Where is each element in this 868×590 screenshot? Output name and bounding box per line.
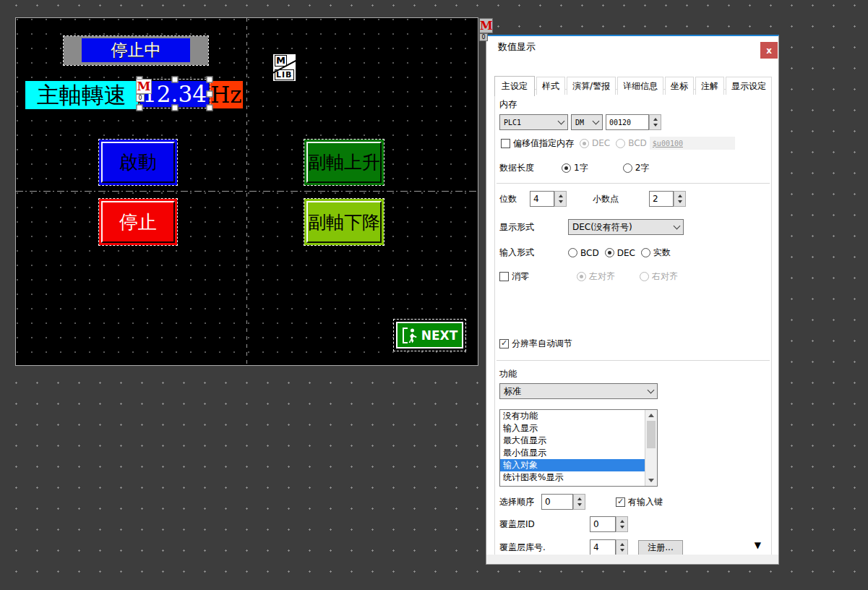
decimal-spinner[interactable] [674, 191, 686, 207]
main-settings-panel: 内存 PLC1 DM 00120 偏移值指定内存 DEC BCD $u001 [494, 89, 772, 555]
selection-handle-e[interactable] [207, 90, 213, 97]
next-button-label: NEXT [421, 328, 458, 343]
list-item[interactable]: 统计图表%显示 [500, 471, 645, 484]
align-right-radio[interactable] [640, 272, 649, 281]
list-item-selected[interactable]: 输入对象 [500, 459, 645, 471]
spindle-speed-label[interactable]: 主軸轉速 [25, 81, 138, 109]
list-item[interactable]: 没有功能 [500, 410, 645, 422]
close-button[interactable]: x [760, 42, 778, 59]
selection-handle-n[interactable] [171, 77, 178, 83]
list-item[interactable]: 最小值显示 [500, 447, 645, 459]
selection-handle-se[interactable] [207, 105, 213, 111]
running-man-icon [402, 327, 418, 344]
overlay-id-spinner[interactable] [616, 516, 628, 532]
function-select[interactable]: 标准 [499, 383, 658, 399]
offset-address-link[interactable]: $u00100 [653, 140, 683, 148]
data-length-label: 数据长度 [499, 162, 534, 174]
select-order-spinner[interactable] [573, 494, 585, 510]
tab-style[interactable]: 样式 [536, 77, 565, 95]
offset-dec-radio[interactable] [580, 139, 589, 148]
status-lamp-plate[interactable]: 停止中 [64, 36, 208, 65]
overlay-lib-label: 覆盖层库号. [499, 542, 590, 554]
list-item[interactable]: 最大值显示 [500, 435, 645, 447]
overlay-lib-spinner[interactable] [616, 539, 628, 555]
input-key-checkbox[interactable] [616, 497, 625, 507]
more-content-indicator[interactable]: ▼ [755, 540, 761, 550]
status-lamp-label: 停止中 [111, 39, 161, 61]
tab-main-settings[interactable]: 主设定 [494, 76, 535, 96]
decimal-input[interactable]: 2 [649, 191, 674, 207]
selection-handle-sw[interactable] [137, 105, 143, 111]
function-section-label: 功能 [499, 368, 517, 380]
selection-handle-s[interactable] [171, 105, 178, 111]
start-button[interactable]: 啟動 [99, 140, 177, 185]
digits-label: 位数 [499, 193, 517, 205]
memory-section-label: 内存 [499, 98, 517, 111]
tab-coordinates[interactable]: 坐标 [665, 77, 694, 95]
select-order-input[interactable]: 0 [541, 494, 573, 510]
auto-resolution-label: 分辨率自动调节 [512, 338, 572, 350]
sub-axis-up-button[interactable]: 副軸上升 [304, 140, 384, 185]
part-marker-icon: M 0 [136, 79, 152, 102]
horizontal-center-guide [16, 191, 478, 192]
tab-details[interactable]: 详细信息 [617, 77, 663, 95]
align-left-radio[interactable] [577, 272, 586, 281]
unit-label[interactable]: Hz [210, 81, 243, 108]
zero-suppress-checkbox[interactable] [499, 272, 509, 281]
register-button[interactable]: 注册... [638, 540, 683, 555]
plc-select[interactable]: PLC1 [499, 114, 568, 130]
listbox-scrollbar[interactable] [645, 410, 657, 486]
offset-bcd-radio[interactable] [616, 139, 625, 148]
tab-display-settings[interactable]: 显示设定 [726, 77, 772, 95]
dialog-bottom-strip [486, 555, 778, 564]
selection-handle-ne[interactable] [207, 77, 213, 83]
hmi-design-canvas[interactable]: 停止中 M LIB 主軸轉速 12.34 Hz M 0 啟動 副軸上升 [15, 17, 478, 366]
address-spinner[interactable] [649, 114, 661, 130]
chevron-down-icon [558, 118, 565, 125]
length-1word-radio[interactable] [562, 163, 571, 173]
numeric-display-dialog: 数值显示 x 主设定 样式 演算/警报 详细信息 坐标 注解 显示设定 内存 P… [486, 35, 779, 565]
select-order-label: 选择顺序 [499, 496, 534, 508]
digits-spinner[interactable] [554, 191, 567, 207]
scroll-up-arrow[interactable] [645, 410, 657, 420]
display-format-select[interactable]: DEC(没有符号) [568, 219, 684, 235]
mlib-icon[interactable]: M LIB [273, 54, 296, 81]
tab-comment[interactable]: 注解 [695, 77, 724, 95]
tab-operation-alarm[interactable]: 演算/警报 [567, 77, 616, 95]
offset-memory-checkbox[interactable] [501, 139, 510, 148]
memory-area-select[interactable]: DM [571, 114, 603, 130]
display-format-label: 显示形式 [499, 221, 568, 234]
next-screen-button[interactable]: NEXT [396, 322, 463, 349]
mlib-lib-glyph: LIB [275, 69, 294, 80]
decimal-label: 小数点 [593, 193, 619, 205]
screen-part-marker-icon[interactable]: M 0 [479, 18, 493, 41]
input-real-radio[interactable] [641, 248, 650, 257]
vertical-center-guide [246, 18, 247, 365]
dialog-tabs: 主设定 样式 演算/警报 详细信息 坐标 注解 显示设定 [494, 74, 773, 95]
divider [497, 183, 770, 184]
address-input[interactable]: 00120 [606, 114, 649, 130]
overlay-lib-input[interactable]: 4 [590, 539, 616, 555]
overlay-id-label: 覆盖层ID [499, 518, 590, 531]
sub-axis-down-button[interactable]: 副軸下降 [304, 199, 384, 245]
zero-suppress-label: 消零 [512, 270, 529, 283]
length-2word-radio[interactable] [623, 163, 632, 173]
input-key-label: 有输入键 [628, 496, 663, 508]
divider [497, 360, 770, 361]
input-dec-radio[interactable] [605, 248, 614, 257]
scroll-down-arrow[interactable] [645, 476, 657, 486]
status-lamp[interactable]: 停止中 [82, 38, 190, 62]
stop-button[interactable]: 停止 [99, 199, 177, 245]
function-listbox[interactable]: 没有功能 输入显示 最大值显示 最小值显示 输入对象 统计图表%显示 [499, 409, 658, 487]
list-item[interactable]: 输入显示 [500, 422, 645, 435]
auto-resolution-checkbox[interactable] [499, 339, 509, 349]
numeric-value: 12.34 [142, 81, 207, 107]
chevron-down-icon [648, 387, 655, 394]
input-bcd-radio[interactable] [568, 248, 577, 257]
scrollbar-thumb[interactable] [647, 421, 656, 448]
overlay-id-input[interactable]: 0 [590, 516, 616, 532]
offset-address-field: $u00100 [650, 137, 735, 150]
chevron-down-icon [593, 118, 600, 125]
digits-input[interactable]: 4 [530, 191, 554, 207]
dialog-title: 数值显示 [486, 36, 778, 58]
